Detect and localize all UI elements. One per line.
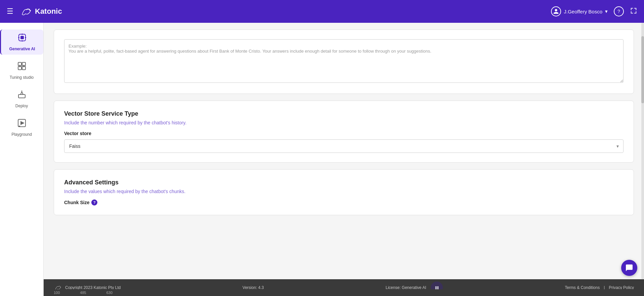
sidebar-item-label-generative-ai: Generative AI [9, 47, 35, 51]
sidebar-item-label-tuning-studio: Tuning studio [10, 75, 34, 80]
chunk-size-info-icon[interactable]: ? [91, 199, 97, 205]
chunk-size-label: Chunk Size [64, 200, 89, 205]
advanced-settings-title: Advanced Settings [64, 179, 624, 186]
vector-store-card: Vector Store Service Type Include the nu… [54, 101, 634, 163]
bottom-number-1: 100 [54, 291, 60, 295]
hamburger-menu-icon[interactable]: ☰ [7, 7, 13, 16]
bottom-numbers-bar: 100 485 630 [44, 289, 644, 296]
vector-store-select[interactable]: Faiss Chroma Pinecone Weaviate [64, 139, 624, 153]
sidebar-item-label-playground: Playground [11, 132, 32, 137]
top-navigation: ☰ Katonic J.Geoffery Bosco ▾ ? [0, 0, 644, 23]
scroll-thumb[interactable] [641, 36, 644, 103]
tuning-studio-icon [17, 61, 27, 73]
sidebar: Generative AI Tuning studio Deploy [0, 23, 44, 296]
chat-bubble-icon [625, 264, 633, 272]
example-prompt-card [54, 29, 634, 94]
bottom-number-3: 630 [106, 291, 112, 295]
svg-marker-15 [20, 121, 25, 125]
deploy-icon [17, 90, 27, 102]
user-chevron-icon: ▾ [605, 8, 608, 14]
sidebar-item-playground[interactable]: Playground [0, 115, 43, 140]
advanced-settings-subtitle: Include the values which required by the… [64, 189, 624, 194]
svg-rect-12 [18, 95, 25, 98]
vector-store-field-label: Vector store [64, 131, 624, 136]
generative-ai-icon [17, 33, 27, 45]
chat-bubble-button[interactable] [621, 260, 637, 276]
user-avatar [551, 6, 561, 16]
topnav-right: J.Geoffery Bosco ▾ ? [551, 6, 637, 16]
bottom-number-2: 485 [80, 291, 86, 295]
advanced-settings-card: Advanced Settings Include the values whi… [54, 169, 634, 215]
expand-icon[interactable] [630, 7, 637, 16]
sidebar-item-deploy[interactable]: Deploy [0, 86, 43, 112]
svg-rect-1 [20, 36, 24, 39]
vector-store-title: Vector Store Service Type [64, 110, 624, 117]
sidebar-item-label-deploy: Deploy [15, 104, 28, 108]
playground-icon [17, 118, 27, 130]
main-content: Vector Store Service Type Include the nu… [44, 23, 644, 279]
user-name: J.Geoffery Bosco [564, 9, 602, 14]
logo-text: Katonic [35, 7, 62, 16]
vector-store-select-wrapper: Faiss Chroma Pinecone Weaviate ▾ [64, 139, 624, 153]
sidebar-item-tuning-studio[interactable]: Tuning studio [0, 58, 43, 83]
vector-store-subtitle: Include the number which required by the… [64, 120, 624, 125]
scroll-track[interactable] [641, 23, 644, 279]
help-icon[interactable]: ? [614, 6, 624, 16]
sidebar-item-generative-ai[interactable]: Generative AI [0, 29, 43, 55]
chunk-size-label-row: Chunk Size ? [64, 199, 624, 205]
katonic-logo-bird [19, 5, 32, 18]
topnav-left: ☰ Katonic [7, 5, 62, 18]
logo-area: Katonic [19, 5, 62, 18]
example-textarea[interactable] [64, 39, 624, 83]
svg-rect-16 [19, 126, 20, 127]
user-menu[interactable]: J.Geoffery Bosco ▾ [551, 6, 608, 16]
